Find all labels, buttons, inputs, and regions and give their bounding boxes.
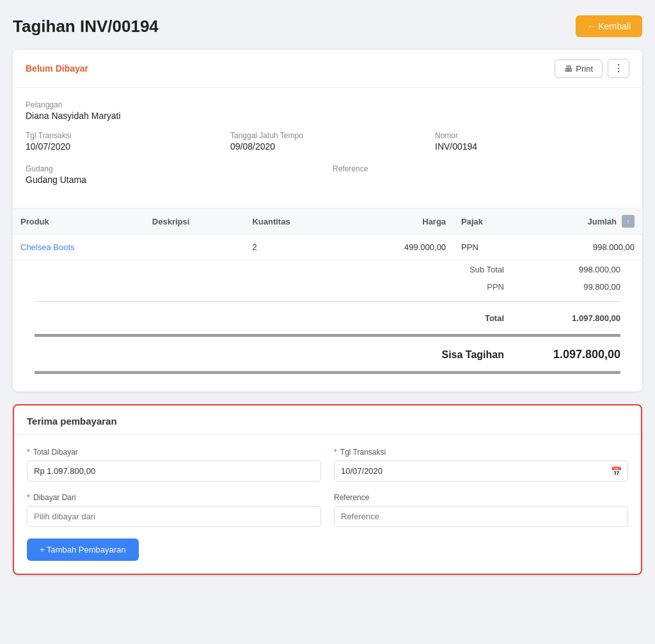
table-row: Chelsea Boots 2 499.000,00 PPN 998.000,0… — [13, 235, 642, 260]
required-star-1: * — [27, 448, 30, 457]
payment-title: Terima pembayaran — [27, 416, 117, 427]
payment-body: * Total Dibayar * Tgl Transaksi 📅 — [14, 435, 641, 574]
invoice-table: Produk Deskripsi Kuantitas Harga Pajak J… — [13, 208, 642, 260]
col-deskripsi: Deskripsi — [145, 208, 245, 235]
pelanggan-value: Diana Nasyidah Maryati — [26, 111, 629, 121]
required-star-2: * — [334, 448, 337, 457]
cell-produk: Chelsea Boots — [13, 235, 145, 260]
reference-label: Reference — [333, 164, 629, 173]
info-row-gudang: Gudang Gudang Utama Reference — [26, 164, 629, 195]
reference-payment-label: Reference — [334, 493, 628, 502]
tgl-jatuh-tempo-field: Tanggal Jatuh Tempo 09/08/2020 — [230, 131, 425, 162]
status-actions: 🖶 Print ⋮ — [555, 59, 629, 78]
ppn-value: 99.800,00 — [513, 279, 628, 295]
payment-form-row-1: * Total Dibayar * Tgl Transaksi 📅 — [27, 448, 628, 482]
dibayar-dari-input[interactable] — [27, 506, 321, 527]
page-title: Tagihan INV/00194 — [13, 17, 159, 36]
col-jumlah: Jumlah ↑ — [524, 208, 642, 235]
dibayar-dari-label: * Dibayar Dari — [27, 493, 321, 502]
invoice-card: Belum Dibayar 🖶 Print ⋮ Pelanggan Diana … — [13, 50, 642, 391]
ppn-label: PPN — [108, 279, 512, 295]
tambah-pembayaran-button[interactable]: + Tambah Pembayaran — [27, 538, 139, 561]
totals-table: Sub Total 998.000,00 PPN 99.800,00 Total — [26, 260, 629, 379]
reference-value — [333, 175, 629, 185]
gudang-value: Gudang Utama — [26, 175, 322, 185]
sisa-tagihan-value: 1.097.800,00 — [513, 343, 628, 366]
total-dibayar-input[interactable] — [27, 460, 321, 482]
more-options-button[interactable]: ⋮ — [608, 59, 629, 78]
payment-card: Terima pembayaran * Total Dibayar * Tgl … — [13, 404, 642, 575]
pelanggan-label: Pelanggan — [26, 100, 629, 109]
total-label: Total — [108, 308, 512, 328]
payment-form-row-2: * Dibayar Dari Reference — [27, 493, 628, 527]
tgl-transaksi-payment-input[interactable] — [334, 460, 628, 482]
reference-payment-field: Reference — [334, 493, 628, 527]
table-header-row: Produk Deskripsi Kuantitas Harga Pajak J… — [13, 208, 642, 235]
payment-header: Terima pembayaran — [14, 405, 641, 435]
subtotal-label: Sub Total — [108, 262, 512, 278]
sisa-tagihan-label: Sisa Tagihan — [108, 343, 512, 366]
upload-icon: ↑ — [622, 215, 635, 228]
tgl-transaksi-value: 10/07/2020 — [26, 141, 220, 152]
tgl-transaksi-payment-label: * Tgl Transaksi — [334, 448, 628, 457]
cell-kuantitas: 2 — [244, 235, 345, 260]
col-produk: Produk — [13, 208, 145, 235]
subtotal-row: Sub Total 998.000,00 — [27, 262, 628, 278]
tgl-jatuh-tempo-value: 09/08/2020 — [230, 141, 425, 152]
print-button[interactable]: 🖶 Print — [555, 59, 603, 78]
cell-pajak: PPN — [454, 235, 524, 260]
nomor-field: Nomor INV/00194 — [435, 131, 629, 162]
cell-deskripsi — [145, 235, 245, 260]
pelanggan-field: Pelanggan Diana Nasyidah Maryati — [26, 100, 629, 121]
col-harga: Harga — [345, 208, 454, 235]
ppn-row: PPN 99.800,00 — [27, 279, 628, 295]
nomor-label: Nomor — [435, 131, 629, 140]
reference-field: Reference — [333, 164, 629, 195]
total-dibayar-field: * Total Dibayar — [27, 448, 321, 482]
tgl-transaksi-payment-field: * Tgl Transaksi 📅 — [334, 448, 628, 482]
tgl-transaksi-label: Tgl Transaksi — [26, 131, 220, 140]
col-kuantitas: Kuantitas — [244, 208, 345, 235]
gudang-field: Gudang Gudang Utama — [26, 164, 322, 195]
invoice-info: Pelanggan Diana Nasyidah Maryati Tgl Tra… — [13, 88, 642, 201]
gudang-label: Gudang — [26, 164, 322, 173]
tgl-transaksi-payment-input-wrapper: 📅 — [334, 460, 628, 482]
page-header: Tagihan INV/00194 ← Kembali — [13, 15, 642, 37]
tgl-jatuh-tempo-label: Tanggal Jatuh Tempo — [230, 131, 425, 140]
col-pajak: Pajak — [454, 208, 524, 235]
nomor-value: INV/00194 — [435, 141, 629, 152]
product-link[interactable]: Chelsea Boots — [20, 242, 75, 252]
cell-jumlah: 998.000,00 — [524, 235, 642, 260]
total-row: Total 1.097.800,00 — [27, 308, 628, 328]
divider-single — [35, 301, 620, 302]
required-star-3: * — [27, 493, 30, 502]
invoice-status-bar: Belum Dibayar 🖶 Print ⋮ — [13, 50, 642, 88]
cell-harga: 499.000,00 — [345, 235, 454, 260]
sisa-tagihan-row: Sisa Tagihan 1.097.800,00 — [27, 343, 628, 366]
divider-row-double-2 — [27, 368, 628, 377]
totals-section: Sub Total 998.000,00 PPN 99.800,00 Total — [13, 260, 642, 391]
divider-row-double — [27, 329, 628, 342]
total-value: 1.097.800,00 — [513, 308, 628, 328]
divider-double — [35, 334, 620, 336]
divider-double-2 — [35, 372, 620, 373]
info-row-dates: Tgl Transaksi 10/07/2020 Tanggal Jatuh T… — [26, 131, 629, 162]
invoice-status: Belum Dibayar — [26, 63, 88, 74]
dibayar-dari-field: * Dibayar Dari — [27, 493, 321, 527]
subtotal-value: 998.000,00 — [513, 262, 628, 278]
printer-icon: 🖶 — [564, 64, 572, 74]
total-dibayar-label: * Total Dibayar — [27, 448, 321, 457]
divider-row-single — [27, 296, 628, 307]
tgl-transaksi-field: Tgl Transaksi 10/07/2020 — [26, 131, 220, 162]
back-button[interactable]: ← Kembali — [576, 15, 642, 37]
reference-payment-input[interactable] — [334, 506, 628, 527]
